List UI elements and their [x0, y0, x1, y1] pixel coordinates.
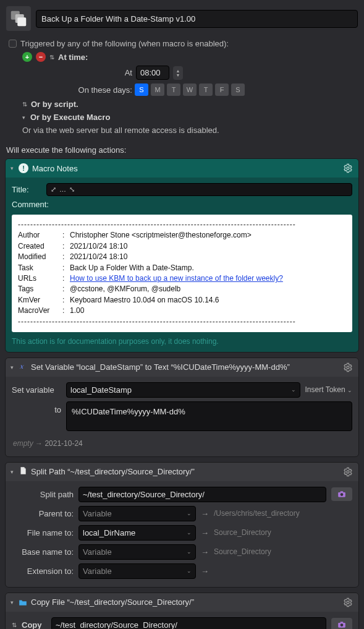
insert-token-button[interactable]: Insert Token ⌄ [305, 385, 353, 394]
chevron-down-icon[interactable]: ▾ [11, 364, 14, 370]
on-days-label: On these days: [58, 85, 132, 95]
action-split-path[interactable]: ▾ Split Path “~/test_directory/Source_Di… [5, 462, 359, 588]
comment-text[interactable]: ----------------------------------------… [12, 215, 352, 332]
gear-icon[interactable] [342, 466, 353, 477]
day-mon[interactable]: M [151, 83, 164, 96]
chevron-down-icon[interactable]: ▾ [11, 165, 14, 171]
at-label: At [58, 68, 132, 77]
trigger-enable-checkbox[interactable] [9, 40, 17, 48]
filename-to-label: File name to: [12, 528, 74, 537]
remove-trigger-button[interactable]: − [36, 52, 46, 62]
variable-icon: 𝑥 [19, 362, 27, 372]
action-title: Macro Notes [32, 164, 339, 173]
add-trigger-button[interactable]: + [22, 52, 32, 62]
action-title: Split Path “~/test_directory/Source_Dire… [31, 467, 339, 476]
to-label: to [12, 401, 61, 414]
split-path-label: Split path [12, 490, 74, 499]
arrow-icon: → [201, 567, 209, 576]
basename-variable-select[interactable]: Variable⌄ [78, 544, 196, 560]
trigger-reorder-icon[interactable]: ⇅ [49, 54, 54, 61]
macro-app-icon [6, 6, 31, 31]
or-via-web-label: Or via the web server but all remote acc… [22, 126, 219, 135]
svg-point-6 [347, 471, 349, 473]
copy-label[interactable]: Copy [22, 620, 46, 629]
svg-point-10 [347, 601, 349, 604]
reorder-icon[interactable]: ⇅ [12, 622, 17, 628]
action-copy-file[interactable]: ▾ Copy File “~/test_directory/Source_Dir… [5, 593, 359, 629]
extension-to-label: Extension to: [12, 567, 74, 576]
svg-rect-8 [341, 492, 344, 493]
basename-preview: Source_Directory [214, 547, 271, 556]
svg-point-5 [347, 366, 349, 369]
arrow-icon: → [201, 547, 209, 557]
to-text-input[interactable]: %ICUDateTime%yyyy-MM-dd% [66, 401, 352, 431]
day-sat[interactable]: S [231, 83, 245, 96]
svg-point-13 [341, 624, 344, 627]
action-title: Set Variable “local_DateStamp” to Text “… [31, 362, 339, 372]
document-icon [19, 466, 27, 477]
folder-icon [19, 598, 27, 607]
gear-icon[interactable] [342, 163, 353, 174]
svg-rect-2 [17, 17, 26, 26]
extension-variable-select[interactable]: Variable⌄ [78, 563, 196, 579]
day-thu[interactable]: T [199, 83, 213, 96]
filename-variable-select[interactable]: local_DirName⌄ [78, 525, 196, 541]
action-set-variable[interactable]: ▾ 𝑥 Set Variable “local_DateStamp” to Te… [5, 357, 359, 457]
notes-footer: This action is for documentation purpose… [12, 332, 352, 346]
screenshot-picker-button[interactable] [331, 618, 352, 629]
day-sun[interactable]: S [135, 83, 148, 96]
or-by-execute-macro-label[interactable]: Or by Execute Macro [30, 113, 110, 122]
gear-icon[interactable] [342, 597, 353, 608]
chevron-down-icon[interactable]: ▾ [11, 469, 14, 475]
info-icon: ! [19, 163, 28, 173]
action-title: Copy File “~/test_directory/Source_Direc… [31, 597, 339, 607]
svg-point-9 [341, 494, 344, 497]
arrow-icon: → [201, 509, 209, 518]
svg-rect-12 [341, 622, 344, 623]
url-link[interactable]: How to use KBM to back up a new instance… [70, 274, 283, 283]
time-stepper[interactable]: ▲▼ [173, 66, 183, 80]
reorder-icon[interactable]: ⇅ [22, 101, 27, 108]
triggered-by-label: Triggered by any of the following (when … [20, 39, 229, 48]
parent-to-label: Parent to: [12, 509, 74, 518]
comment-label: Comment: [12, 200, 49, 209]
day-fri[interactable]: F [215, 83, 229, 96]
gear-icon[interactable] [342, 362, 353, 373]
filename-preview: Source_Directory [214, 528, 271, 537]
time-input[interactable] [136, 66, 169, 80]
macro-title-input[interactable] [36, 10, 358, 28]
chevron-down-icon[interactable]: ▾ [22, 114, 25, 121]
at-time-trigger-label[interactable]: At time: [58, 53, 88, 62]
svg-text:𝑥: 𝑥 [20, 363, 25, 370]
variable-name-select[interactable]: local_DateStamp⌄ [66, 382, 300, 398]
screenshot-picker-button[interactable] [331, 487, 352, 501]
result-preview: empty → 2021-10-24 [12, 433, 352, 450]
copy-source-input[interactable] [51, 617, 326, 629]
action-macro-notes[interactable]: ▾ ! Macro Notes Title: ⤢ … ⤡ Comment: --… [5, 158, 359, 353]
day-wed[interactable]: W [183, 83, 197, 96]
or-by-script-label[interactable]: Or by script. [31, 100, 78, 109]
chevron-down-icon[interactable]: ▾ [11, 599, 14, 605]
title-resize-field[interactable]: ⤢ … ⤡ [46, 183, 352, 196]
parent-preview: /Users/chris/test_directory [214, 509, 300, 518]
arrow-icon: → [201, 528, 209, 537]
split-path-input[interactable] [78, 487, 326, 502]
title-label: Title: [12, 185, 41, 194]
execute-actions-label: Will execute the following actions: [0, 142, 364, 158]
basename-to-label: Base name to: [12, 547, 74, 557]
set-variable-label: Set variable [12, 385, 61, 395]
svg-point-3 [347, 167, 349, 169]
parent-variable-select[interactable]: Variable⌄ [78, 506, 196, 521]
day-tue[interactable]: T [167, 83, 180, 96]
